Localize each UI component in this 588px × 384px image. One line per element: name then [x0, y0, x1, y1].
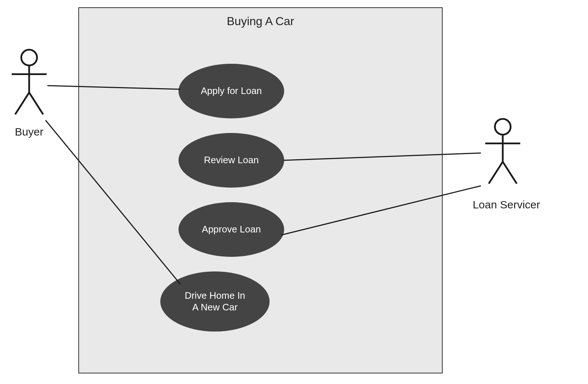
svg-line-8 — [489, 162, 503, 184]
usecase-approve-loan: Approve Loan — [179, 202, 284, 257]
usecase-review-loan: Review Loan — [179, 133, 284, 188]
actor-label-buyer: Buyer — [7, 126, 51, 138]
actor-label-loan-servicer: Loan Servicer — [466, 199, 546, 211]
usecase-drive-home: Drive Home InA New Car — [160, 271, 270, 332]
usecase-label: Drive Home InA New Car — [185, 290, 245, 313]
usecase-label: Apply for Loan — [201, 85, 262, 97]
svg-line-9 — [503, 162, 517, 184]
svg-point-5 — [495, 119, 510, 134]
system-title: Buying A Car — [79, 15, 442, 28]
svg-point-0 — [21, 50, 37, 65]
svg-line-4 — [29, 93, 43, 114]
usecase-label: Approve Loan — [202, 224, 261, 235]
svg-line-3 — [15, 93, 29, 114]
actor-icon-buyer — [7, 47, 51, 120]
usecase-label: Review Loan — [204, 154, 259, 166]
actor-icon-loan-servicer — [481, 117, 525, 189]
use-case-diagram: Buying A Car Apply for Loan Review Loan … — [0, 0, 588, 384]
system-boundary: Buying A Car — [78, 7, 443, 373]
usecase-apply-for-loan: Apply for Loan — [179, 64, 284, 118]
